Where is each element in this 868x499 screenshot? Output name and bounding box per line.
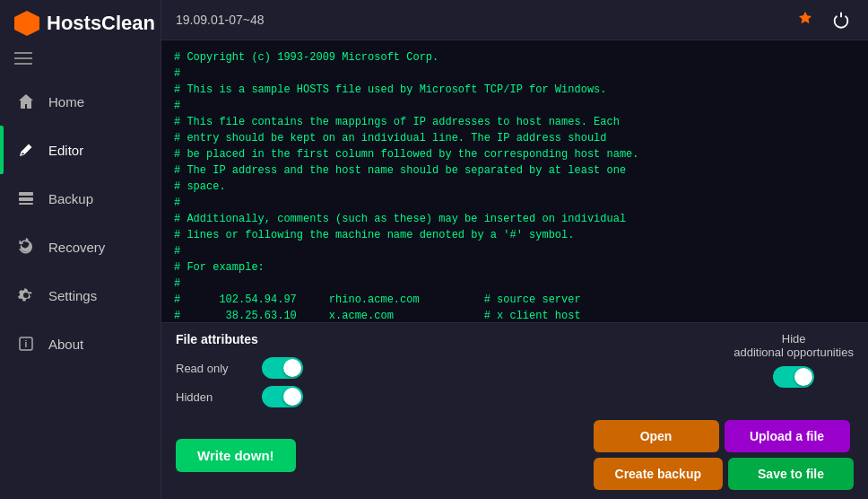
power-header-button[interactable]: [829, 7, 854, 32]
file-attributes-title: File attributes: [176, 332, 303, 346]
app-logo-icon: [14, 11, 39, 36]
toggle-thumb: [283, 359, 301, 377]
file-attributes: File attributes Read only Hidden: [176, 332, 303, 411]
additional-text: additional opportunities: [733, 346, 854, 359]
sidebar-item-home[interactable]: Home: [0, 77, 161, 126]
home-label: Home: [48, 94, 84, 109]
hidden-toggle[interactable]: [262, 386, 303, 407]
recovery-label: Recovery: [48, 240, 105, 255]
menu-line-2: [14, 57, 32, 59]
sidebar-item-editor[interactable]: Editor: [0, 126, 161, 174]
hide-additional-toggle[interactable]: [773, 366, 814, 388]
create-backup-button[interactable]: Create backup: [594, 458, 723, 490]
read-only-toggle[interactable]: [262, 357, 303, 379]
bottom-row-2: Write down! Open Upload a file Create ba…: [176, 420, 854, 490]
hide-label: Hide additional opportunities: [733, 332, 854, 359]
editor-label: Editor: [48, 143, 83, 158]
content-area: # Copyright (c) 1993-2009 Microsoft Corp…: [161, 40, 868, 499]
sidebar-item-settings[interactable]: Settings: [0, 271, 161, 320]
menu-line-1: [14, 52, 32, 54]
hidden-label: Hidden: [176, 390, 247, 404]
save-to-file-button[interactable]: Save to file: [728, 458, 854, 490]
sidebar-item-backup[interactable]: Backup: [0, 174, 161, 223]
header: 19.09.01-07~48: [161, 0, 868, 40]
menu-hamburger[interactable]: [0, 47, 161, 70]
toggle-thumb-hidden: [283, 388, 301, 406]
about-label: About: [48, 337, 83, 352]
recovery-icon: [16, 237, 36, 257]
backup-label: Backup: [48, 191, 93, 206]
hidden-row: Hidden: [176, 386, 303, 407]
bottom-panel: File attributes Read only Hidden: [161, 322, 868, 499]
svg-text:i: i: [25, 339, 28, 349]
settings-icon: [16, 285, 36, 305]
buttons-bottom-row: Create backup Save to file: [594, 458, 854, 490]
bottom-row-1: File attributes Read only Hidden: [176, 332, 854, 411]
right-buttons: Open Upload a file Create backup Save to…: [594, 420, 854, 490]
settings-label: Settings: [48, 288, 97, 303]
editor-icon: [16, 140, 36, 160]
header-icons: [793, 7, 854, 32]
app-logo: HostsClean: [0, 0, 161, 47]
read-only-label: Read only: [176, 362, 247, 375]
hide-section: Hide additional opportunities: [733, 332, 854, 388]
svg-rect-2: [19, 203, 33, 205]
settings-header-button[interactable]: [793, 7, 818, 32]
main-content: 19.09.01-07~48 # Copyright (c) 1993-2009…: [161, 0, 868, 499]
nav-items: Home Editor Backup: [0, 77, 161, 499]
home-icon: [16, 92, 36, 111]
buttons-top-row: Open Upload a file: [594, 420, 854, 452]
app-title: HostsClean: [47, 12, 155, 35]
version-label: 19.09.01-07~48: [176, 13, 264, 27]
backup-icon: [16, 188, 36, 208]
hide-text: Hide: [782, 332, 806, 346]
open-button[interactable]: Open: [594, 420, 719, 452]
about-icon: i: [16, 334, 36, 354]
menu-line-3: [14, 63, 32, 65]
read-only-row: Read only: [176, 357, 303, 379]
svg-rect-0: [19, 192, 33, 196]
editor-text-area[interactable]: # Copyright (c) 1993-2009 Microsoft Corp…: [161, 40, 868, 322]
sidebar-item-recovery[interactable]: Recovery: [0, 223, 161, 271]
sidebar-item-about[interactable]: i About: [0, 320, 161, 368]
upload-button[interactable]: Upload a file: [725, 420, 850, 452]
hide-toggle-thumb: [794, 368, 812, 386]
svg-rect-1: [19, 197, 33, 201]
write-down-button[interactable]: Write down!: [176, 439, 296, 472]
sidebar: HostsClean Home Editor: [0, 0, 161, 499]
